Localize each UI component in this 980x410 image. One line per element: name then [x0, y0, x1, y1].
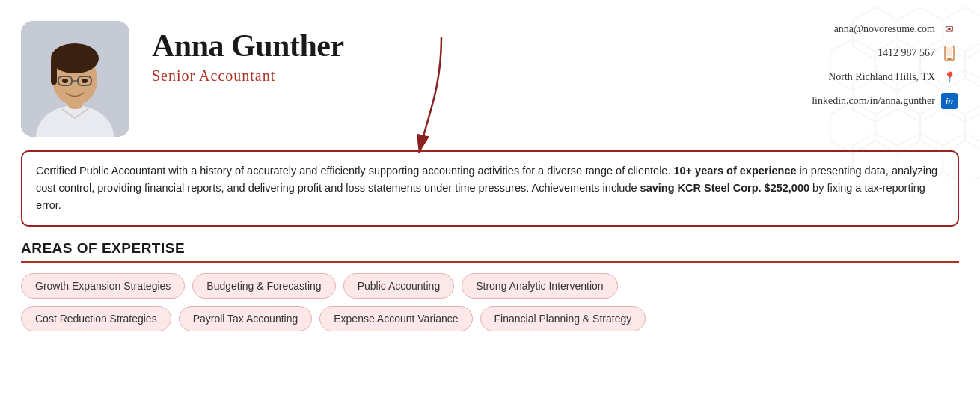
linkedin-icon: in	[941, 93, 958, 109]
svg-rect-14	[947, 58, 952, 60]
svg-point-6	[51, 43, 99, 73]
tag-cost-reduction: Cost Reduction Strategies	[21, 306, 171, 331]
svg-rect-7	[51, 58, 57, 85]
svg-rect-15	[946, 47, 952, 56]
linkedin-contact: linkedin.com/in/anna.gunther in	[812, 93, 958, 109]
expertise-title: AREAS OF EXPERTISE	[21, 240, 959, 257]
location-contact: North Richland Hills, TX 📍	[828, 69, 958, 85]
tag-public-accounting: Public Accounting	[343, 273, 455, 299]
email-icon: ✉	[941, 21, 958, 37]
phone-text: 1412 987 567	[878, 47, 935, 59]
phone-contact: 1412 987 567	[878, 45, 958, 61]
resume-page: Anna Gunther Senior Accountant anna@novo…	[0, 0, 980, 410]
tag-expense: Expense Account Variance	[319, 306, 472, 331]
profile-photo	[21, 21, 129, 137]
phone-icon	[941, 45, 958, 61]
location-text: North Richland Hills, TX	[828, 71, 935, 83]
summary-bold-experience: 10+ years of experience	[673, 165, 796, 177]
location-icon: 📍	[941, 69, 958, 85]
email-contact: anna@novoresume.com ✉	[834, 21, 958, 37]
contact-section: anna@novoresume.com ✉ 1412 987 567 North…	[812, 21, 958, 109]
expertise-section: AREAS OF EXPERTISE Growth Expansion Stra…	[0, 240, 980, 352]
linkedin-text: linkedin.com/in/anna.gunther	[812, 95, 935, 107]
svg-point-12	[82, 79, 88, 83]
tag-financial-planning: Financial Planning & Strategy	[480, 306, 646, 331]
phone-svg	[943, 46, 955, 61]
tag-growth: Growth Expansion Strategies	[21, 273, 185, 299]
avatar	[21, 21, 129, 137]
tag-analytic: Strong Analytic Intervention	[462, 273, 617, 299]
email-text: anna@novoresume.com	[834, 23, 935, 35]
photo-svg	[21, 21, 129, 137]
expertise-row-1: Growth Expansion Strategies Budgeting & …	[21, 273, 959, 299]
expertise-row-2: Cost Reduction Strategies Payroll Tax Ac…	[21, 306, 959, 331]
summary-text-intro: Certified Public Accountant with a histo…	[36, 165, 673, 177]
tag-budgeting: Budgeting & Forecasting	[192, 273, 335, 299]
tag-payroll: Payroll Tax Accounting	[179, 306, 313, 331]
resume-header: Anna Gunther Senior Accountant anna@novo…	[0, 0, 980, 150]
summary-bold-achievement: saving KCR Steel Corp. $252,000	[640, 182, 809, 194]
expertise-divider	[21, 261, 959, 263]
svg-point-11	[62, 79, 68, 83]
summary-section: Certified Public Accountant with a histo…	[21, 150, 959, 227]
